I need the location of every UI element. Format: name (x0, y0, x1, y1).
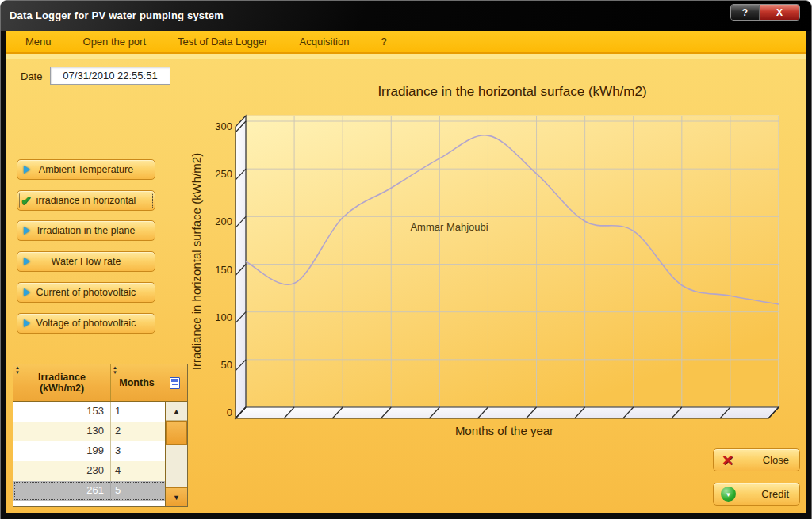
irradiance-horizontal-button[interactable]: ✔ irradiance in horizontal (17, 190, 155, 211)
play-icon (24, 319, 30, 327)
scrollbar-track[interactable] (166, 445, 187, 487)
table-properties-icon (170, 377, 180, 389)
water-flow-rate-button[interactable]: Water Flow rate (17, 251, 155, 272)
menu-item-acquisition[interactable]: Acquisition (300, 36, 350, 48)
irradiance-cell: 153 (13, 402, 111, 422)
button-label: Close (763, 454, 789, 466)
date-label: Date (21, 71, 42, 82)
month-cell: 4 (111, 461, 163, 481)
header-label: Irradiance (38, 372, 86, 383)
table-row[interactable]: 153 1 (13, 402, 187, 422)
svg-text:150: 150 (215, 264, 232, 276)
header-label: Months (119, 377, 154, 388)
credit-button[interactable]: ▼ Credit (713, 483, 800, 506)
voltage-photovoltaic-button[interactable]: Voltage of photovoltaic (17, 313, 155, 334)
svg-text:250: 250 (215, 168, 232, 180)
svg-text:Irradiance in the horizontal: Irradiance in the horizontal surface (kW… (377, 84, 646, 99)
scroll-down-button[interactable]: ▼ (166, 487, 187, 506)
table-row[interactable]: 261 5 (13, 481, 187, 501)
table-row[interactable]: 130 2 (13, 422, 187, 441)
column-header-months[interactable]: ▲▼ Months (111, 364, 163, 401)
svg-text:300: 300 (215, 120, 232, 132)
month-cell: 2 (111, 422, 163, 441)
svg-text:50: 50 (221, 359, 232, 371)
scrollbar-thumb[interactable] (166, 421, 187, 445)
irradiance-cell: 261 (13, 481, 111, 501)
svg-text:200: 200 (215, 216, 232, 227)
menu-bar: Menu Open the port Test of Data Logger A… (6, 31, 806, 54)
svg-text:Irradiance in horizontal surfa: Irradiance in horizontal surface (kWh/m2… (190, 153, 203, 370)
play-icon (24, 227, 30, 235)
menu-item-help[interactable]: ? (381, 36, 386, 48)
irradiance-cell: 230 (13, 461, 111, 481)
table-body: 153 1 130 2 199 3 230 4 (13, 402, 187, 501)
main-panel: 050100150200250300Irradiance in the hori… (6, 54, 806, 513)
menu-item-open-port[interactable]: Open the port (83, 36, 147, 48)
window-close-button[interactable]: X (760, 5, 799, 20)
table-row[interactable]: 199 3 (13, 441, 187, 461)
button-label: Voltage of photovoltaic (36, 318, 136, 329)
table-scrollbar: ▲ ▼ (165, 402, 187, 506)
title-bar: Data Logger for PV water pumping system … (1, 1, 811, 31)
button-label: Current of photovoltaic (36, 287, 136, 298)
irradiation-plane-button[interactable]: Irradiation in the plane (17, 220, 155, 241)
svg-text:Ammar Mahjoubi: Ammar Mahjoubi (410, 221, 488, 233)
scroll-up-button[interactable]: ▲ (166, 402, 187, 421)
window-title: Data Logger for PV water pumping system (10, 10, 224, 21)
month-cell: 1 (111, 402, 163, 422)
close-button[interactable]: ✕ Close (713, 448, 800, 471)
table-row[interactable]: 230 4 (13, 461, 187, 481)
window-controls: ? X (730, 4, 800, 21)
button-label: Credit (761, 488, 789, 500)
play-icon (24, 166, 30, 174)
red-x-icon: ✕ (722, 453, 733, 467)
sort-icon: ▲▼ (15, 365, 20, 375)
svg-text:100: 100 (215, 311, 232, 323)
month-cell: 3 (111, 441, 163, 461)
window-help-button[interactable]: ? (731, 5, 760, 20)
header-label: (kWh/m2) (40, 383, 84, 394)
sort-icon: ▲▼ (113, 365, 117, 375)
column-header-properties[interactable] (163, 364, 186, 401)
button-label: Water Flow rate (52, 256, 121, 267)
svg-text:0: 0 (227, 406, 232, 418)
column-header-irradiance[interactable]: ▲▼ Irradiance (kWh/m2) (13, 364, 111, 401)
button-label: irradiance in horizontal (36, 195, 136, 206)
play-icon (24, 288, 30, 296)
table-header-row: ▲▼ Irradiance (kWh/m2) ▲▼ Months (13, 364, 187, 402)
data-table: ▲▼ Irradiance (kWh/m2) ▲▼ Months 153 (13, 364, 188, 507)
play-icon (24, 258, 30, 265)
check-icon: ✔ (21, 194, 32, 208)
app-window: Data Logger for PV water pumping system … (0, 0, 812, 519)
ambient-temperature-button[interactable]: Ambient Temperature (17, 159, 155, 180)
date-field[interactable]: 07/31/2010 22:55:51 (50, 67, 170, 85)
green-arrow-icon: ▼ (721, 487, 736, 502)
button-label: Irradiation in the plane (37, 225, 136, 236)
menu-item-menu[interactable]: Menu (25, 36, 52, 48)
month-cell: 5 (111, 481, 163, 501)
svg-text:Months of the year: Months of the year (455, 424, 553, 437)
menu-item-test-datalogger[interactable]: Test of Data Logger (178, 36, 267, 48)
irradiance-cell: 130 (13, 422, 111, 441)
current-photovoltaic-button[interactable]: Current of photovoltaic (17, 282, 155, 303)
screen: Data Logger for PV water pumping system … (0, 0, 812, 519)
irradiance-cell: 199 (13, 441, 111, 461)
button-label: Ambient Temperature (39, 164, 133, 175)
